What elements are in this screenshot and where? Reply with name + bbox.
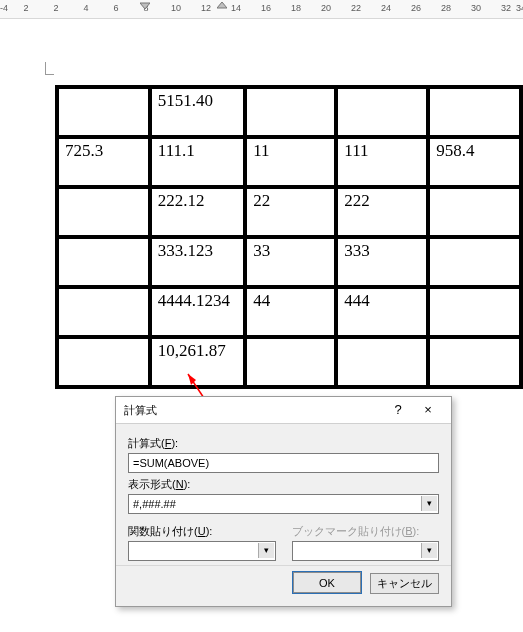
cell[interactable]: 111.1 [150, 137, 245, 187]
ruler-num: 4 [83, 3, 88, 13]
ruler-num: 22 [351, 3, 361, 13]
format-combo[interactable] [128, 494, 439, 514]
cell[interactable]: 44 [245, 287, 336, 337]
ruler-num: 12 [201, 3, 211, 13]
cell[interactable]: 958.4 [428, 137, 521, 187]
cell[interactable]: 725.3 [57, 137, 150, 187]
cell[interactable] [428, 337, 521, 387]
format-label: 表示形式(N): [128, 477, 439, 492]
table-row: 4444.1234 44 444 [57, 287, 521, 337]
ruler-num: 28 [441, 3, 451, 13]
ruler-num: 20 [321, 3, 331, 13]
ruler-num: 2 [53, 3, 58, 13]
cell[interactable]: 222 [336, 187, 428, 237]
function-paste-label: 関数貼り付け(U): [128, 524, 276, 539]
cell[interactable]: 444 [336, 287, 428, 337]
cell[interactable] [57, 337, 150, 387]
cell[interactable]: 5151.40 [150, 87, 245, 137]
ok-button[interactable]: OK [293, 572, 361, 593]
cell[interactable] [57, 87, 150, 137]
cancel-button[interactable]: キャンセル [370, 573, 439, 594]
cell[interactable] [336, 337, 428, 387]
ruler-num: 34 [516, 3, 523, 13]
cell[interactable]: 22 [245, 187, 336, 237]
formula-label: 計算式(F): [128, 436, 439, 451]
bookmark-paste-combo [292, 541, 440, 561]
cell[interactable] [428, 87, 521, 137]
table-row: 725.3 111.1 11 111 958.4 [57, 137, 521, 187]
ruler-num: 26 [411, 3, 421, 13]
bookmark-paste-label: ブックマーク貼り付け(B): [292, 524, 440, 539]
close-button[interactable]: × [413, 397, 443, 423]
ruler-num: 18 [291, 3, 301, 13]
cell[interactable]: 333.123 [150, 237, 245, 287]
ruler-num: 30 [471, 3, 481, 13]
cell[interactable]: 11 [245, 137, 336, 187]
cell[interactable]: 333 [336, 237, 428, 287]
horizontal-ruler[interactable]: -4 2 2 4 6 8 10 12 14 16 18 20 22 24 26 … [0, 0, 523, 19]
ruler-num: 14 [231, 3, 241, 13]
cell[interactable] [57, 187, 150, 237]
table-row: 333.123 33 333 [57, 237, 521, 287]
function-paste-combo[interactable] [128, 541, 276, 561]
help-button[interactable]: ? [383, 397, 413, 423]
data-table[interactable]: 5151.40 725.3 111.1 11 111 958.4 222.12 … [55, 85, 523, 389]
cell[interactable] [336, 87, 428, 137]
formula-dialog: 計算式 ? × 計算式(F): 表示形式(N): ▾ 関数貼り付け(U): ▾ [115, 396, 452, 607]
svg-marker-1 [217, 2, 227, 8]
ruler-num: -4 [0, 3, 8, 13]
dialog-title: 計算式 [124, 397, 383, 423]
cell[interactable]: 111 [336, 137, 428, 187]
cell[interactable] [245, 87, 336, 137]
cell[interactable]: 33 [245, 237, 336, 287]
dialog-titlebar[interactable]: 計算式 ? × [116, 397, 451, 424]
cell[interactable] [428, 187, 521, 237]
cell[interactable] [57, 237, 150, 287]
ruler-num: 32 [501, 3, 511, 13]
ruler-num: 16 [261, 3, 271, 13]
cell[interactable] [245, 337, 336, 387]
ruler-num: 6 [113, 3, 118, 13]
cell[interactable]: 4444.1234 [150, 287, 245, 337]
table-row: 10,261.87 [57, 337, 521, 387]
cell[interactable] [57, 287, 150, 337]
ruler-num: 10 [171, 3, 181, 13]
formula-input[interactable] [128, 453, 439, 473]
cell[interactable]: 222.12 [150, 187, 245, 237]
ruler-num: 24 [381, 3, 391, 13]
table-row: 222.12 22 222 [57, 187, 521, 237]
cell[interactable]: 10,261.87 [150, 337, 245, 387]
table-row: 5151.40 [57, 87, 521, 137]
indent-marker-icon[interactable] [217, 0, 227, 10]
cell[interactable] [428, 287, 521, 337]
svg-marker-0 [140, 3, 150, 9]
ruler-num: 2 [23, 3, 28, 13]
indent-marker-icon[interactable] [140, 0, 150, 10]
cell[interactable] [428, 237, 521, 287]
margin-tab-icon [45, 62, 54, 75]
